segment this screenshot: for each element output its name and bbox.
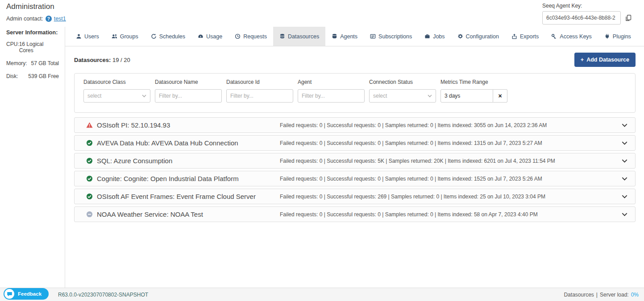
administration-page: Administration Admin contact: ? test1 Se… bbox=[0, 0, 644, 301]
datasource-name: Cognite: Cognite: Open Industrial Data P… bbox=[97, 175, 280, 182]
status-error-icon bbox=[86, 122, 93, 128]
expand-chevron-icon[interactable] bbox=[621, 193, 628, 200]
filter-metrics-time-range: Metrics Time Range × bbox=[440, 79, 507, 103]
expand-chevron-icon[interactable] bbox=[621, 211, 628, 218]
datasource-name: SQL: Azure Consumption bbox=[97, 157, 280, 165]
server-info-memory: Memory: 57 GB Total bbox=[6, 60, 59, 66]
status-ok-icon bbox=[86, 157, 93, 164]
gauge-icon bbox=[198, 33, 204, 39]
database-icon bbox=[279, 33, 285, 39]
plus-icon: + bbox=[581, 57, 584, 63]
tab-label: Requests bbox=[243, 33, 267, 40]
filter-label: Agent bbox=[298, 79, 365, 85]
server-info-cpu: CPU: 16 Logical Cores bbox=[6, 41, 59, 54]
tab-label: Usage bbox=[206, 33, 222, 40]
datasource-stats: Failed requests: 0 | Successful requests… bbox=[280, 211, 538, 218]
filter-label: Datasource Name bbox=[155, 79, 222, 85]
tab-plugins[interactable]: Plugins bbox=[598, 27, 637, 46]
tab-label: Groups bbox=[120, 33, 138, 40]
tab-label: Subscriptions bbox=[378, 33, 412, 40]
feedback-button[interactable]: Feedback bbox=[4, 288, 49, 300]
tab-label: Jobs bbox=[433, 33, 445, 40]
datasource-stats: Failed requests: 0 | Successful requests… bbox=[280, 140, 542, 146]
help-icon[interactable]: ? bbox=[46, 16, 52, 22]
datasource-filters: Datasource Class select Datasource Name … bbox=[74, 73, 636, 113]
tab-label: Configuration bbox=[466, 33, 499, 40]
tab-label: Users bbox=[84, 33, 99, 40]
user-icon bbox=[76, 33, 82, 39]
connection-status-select[interactable]: select bbox=[369, 89, 436, 103]
tab-datasources[interactable]: Datasources bbox=[273, 27, 325, 46]
select-placeholder: select bbox=[87, 93, 101, 99]
datasource-name: OSIsoft PI: 52.10.194.93 bbox=[97, 121, 280, 129]
filter-datasource-name: Datasource Name bbox=[155, 79, 222, 103]
tab-schedules[interactable]: Schedules bbox=[145, 27, 191, 46]
tab-access-keys[interactable]: Access Keys bbox=[545, 27, 598, 46]
datasource-id-input[interactable] bbox=[226, 89, 293, 103]
server-info-disk: Disk: 539 GB Free bbox=[6, 73, 59, 79]
datasource-row[interactable]: OSIsoft AF Event Frames: Event Frame Clo… bbox=[74, 189, 636, 204]
filter-label: Datasource Id bbox=[226, 79, 293, 85]
datasource-class-select[interactable]: select bbox=[83, 89, 150, 103]
datasource-name-input[interactable] bbox=[155, 89, 222, 103]
tab-groups[interactable]: Groups bbox=[105, 27, 145, 46]
datasource-stats: Failed requests: 0 | Successful requests… bbox=[280, 158, 555, 164]
page-title: Administration bbox=[6, 2, 54, 11]
tab-agents[interactable]: Agents bbox=[325, 27, 364, 46]
admin-contact-link[interactable]: test1 bbox=[54, 16, 66, 22]
filter-label: Datasource Class bbox=[83, 79, 150, 85]
tab-label: Access Keys bbox=[560, 33, 592, 40]
tab-configuration[interactable]: Configuration bbox=[451, 27, 505, 46]
copy-icon[interactable] bbox=[623, 12, 634, 24]
disk-label: Disk: bbox=[6, 73, 18, 79]
key-icon bbox=[551, 33, 557, 39]
expand-chevron-icon[interactable] bbox=[621, 157, 628, 164]
expand-chevron-icon[interactable] bbox=[621, 140, 628, 146]
admin-contact: Admin contact: ? test1 bbox=[6, 16, 66, 22]
tab-users[interactable]: Users bbox=[70, 27, 105, 46]
datasource-row[interactable]: NOAA Weather Service: NOAA Test Failed r… bbox=[74, 206, 636, 222]
agent-input[interactable] bbox=[298, 89, 365, 103]
status-ok-icon bbox=[86, 140, 93, 146]
metrics-time-range-input[interactable] bbox=[440, 89, 493, 103]
tab-jobs[interactable]: Jobs bbox=[418, 27, 451, 46]
filter-datasource-class: Datasource Class select bbox=[83, 79, 150, 103]
briefcase-icon bbox=[424, 33, 430, 39]
filter-label: Connection Status bbox=[369, 79, 436, 85]
sync-icon bbox=[151, 33, 157, 39]
filter-connection-status: Connection Status select bbox=[369, 79, 436, 103]
datasource-row[interactable]: OSIsoft PI: 52.10.194.93 Failed requests… bbox=[74, 117, 636, 133]
tab-label: Agents bbox=[340, 33, 357, 40]
tab-requests[interactable]: Requests bbox=[229, 27, 273, 46]
agent-key-input[interactable] bbox=[542, 11, 621, 25]
datasource-row[interactable]: Cognite: Cognite: Open Industrial Data P… bbox=[74, 171, 636, 186]
filter-label: Metrics Time Range bbox=[440, 79, 507, 85]
filter-datasource-id: Datasource Id bbox=[226, 79, 293, 103]
server-icon bbox=[332, 33, 337, 39]
status-ok-icon bbox=[86, 175, 93, 182]
tab-exports[interactable]: Exports bbox=[505, 27, 545, 46]
expand-chevron-icon[interactable] bbox=[621, 122, 628, 128]
gears-icon bbox=[457, 33, 463, 39]
memory-label: Memory: bbox=[6, 60, 27, 66]
footer-bar: R63.0.0-v202307070802-SNAPSHOT Datasourc… bbox=[0, 288, 644, 301]
feedback-label: Feedback bbox=[18, 291, 42, 297]
memory-value: 57 GB Total bbox=[31, 60, 59, 66]
datasources-panel: Datasources: 19 / 20 + Add Datasource Da… bbox=[65, 46, 644, 288]
footer-page-name: Datasources bbox=[564, 292, 594, 298]
tab-label: Schedules bbox=[159, 33, 185, 40]
datasources-count-label: Datasources: bbox=[74, 57, 111, 63]
add-datasource-button[interactable]: + Add Datasource bbox=[574, 53, 636, 67]
clear-filter-button[interactable]: × bbox=[493, 89, 507, 103]
history-icon bbox=[235, 33, 241, 39]
tab-subscriptions[interactable]: Subscriptions bbox=[364, 27, 418, 46]
datasource-row[interactable]: SQL: Azure Consumption Failed requests: … bbox=[74, 153, 636, 169]
filter-agent: Agent bbox=[298, 79, 365, 103]
select-placeholder: select bbox=[373, 93, 387, 99]
admin-tabbar: Users Groups Schedules Usage Requests Da… bbox=[65, 27, 644, 46]
datasource-row[interactable]: AVEVA Data Hub: AVEVA Data Hub Connectio… bbox=[74, 135, 636, 151]
tab-label: Plugins bbox=[613, 33, 631, 40]
expand-chevron-icon[interactable] bbox=[621, 175, 628, 182]
datasources-count: Datasources: 19 / 20 bbox=[74, 53, 130, 63]
tab-usage[interactable]: Usage bbox=[191, 27, 229, 46]
